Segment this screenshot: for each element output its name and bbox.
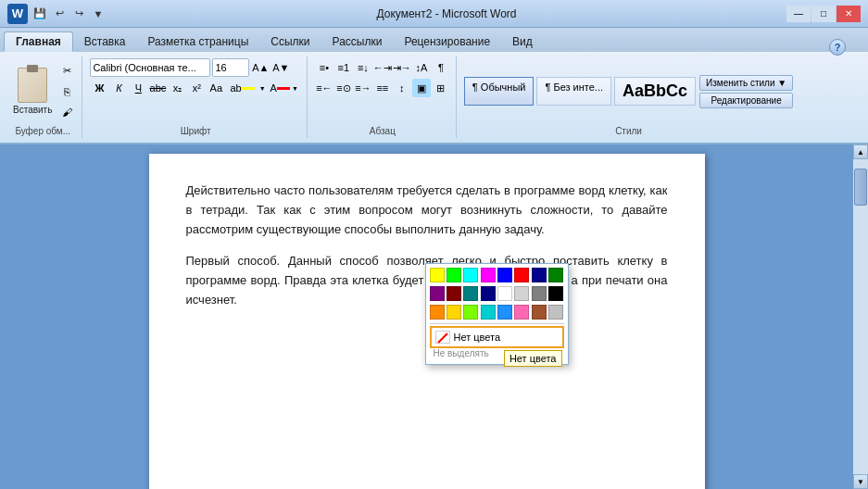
color-dark-turquoise[interactable] <box>481 305 496 320</box>
clipboard-content: Вставить ✂ ⎘ 🖌 <box>9 58 76 124</box>
style-heading[interactable]: AaBbCc <box>614 77 696 106</box>
highlight-dropdown-arrow[interactable]: ▼ <box>258 85 268 92</box>
change-styles-button[interactable]: Изменить стили ▼ <box>699 75 793 91</box>
font-color-arrow[interactable]: ▼ <box>290 85 300 92</box>
tab-insert[interactable]: Вставка <box>73 31 137 52</box>
clipboard-group: Вставить ✂ ⎘ 🖌 Буфер обм... <box>4 56 82 138</box>
copy-button[interactable]: ⎘ <box>57 82 76 101</box>
tab-home[interactable]: Главная <box>4 31 73 52</box>
color-lawn-green[interactable] <box>463 305 478 320</box>
format-painter-button[interactable]: 🖌 <box>57 103 76 121</box>
color-cyan[interactable] <box>463 268 478 282</box>
paragraph-1: Действительно часто пользователям требуе… <box>186 182 668 239</box>
show-formatting-button[interactable]: ¶ <box>432 58 450 77</box>
style-no-interval[interactable]: ¶ Без инте... <box>536 77 611 106</box>
strikethrough-button[interactable]: abc <box>148 79 167 97</box>
font-name-row: A▲ A▼ <box>90 58 290 77</box>
justify-button[interactable]: ≡≡ <box>373 79 392 97</box>
color-maroon[interactable] <box>447 286 461 301</box>
align-center-button[interactable]: ≡⊙ <box>334 79 353 97</box>
decrease-font-button[interactable]: A▼ <box>271 58 290 77</box>
clipboard-label: Буфер обм... <box>15 126 70 136</box>
font-size-input[interactable] <box>212 58 249 77</box>
color-orange[interactable] <box>430 305 445 320</box>
multilevel-list-button[interactable]: ≡↓ <box>354 58 372 77</box>
font-content: A▲ A▼ Ж К Ч abc x₂ x² Аа ab <box>90 58 300 124</box>
font-color-button[interactable]: A ▼ <box>270 82 301 94</box>
color-red[interactable] <box>514 268 529 282</box>
numbered-list-button[interactable]: ≡1 <box>334 58 353 77</box>
font-name-input[interactable] <box>90 58 210 77</box>
help-icon[interactable]: ? <box>829 39 846 56</box>
color-teal[interactable] <box>463 286 478 301</box>
color-black[interactable] <box>548 286 563 301</box>
font-color-bar <box>277 87 290 90</box>
edit-button[interactable]: Редактирование <box>699 93 793 108</box>
change-case-button[interactable]: Аа <box>207 79 225 97</box>
color-blue[interactable] <box>497 268 512 282</box>
scroll-down-button[interactable]: ▼ <box>853 474 868 489</box>
styles-group: ¶ Обычный ¶ Без инте... AaBbCc Изменить … <box>459 56 799 138</box>
close-button[interactable]: ✕ <box>837 6 861 22</box>
tab-page-layout[interactable]: Разметка страницы <box>136 31 259 52</box>
undo-button[interactable]: ↩ <box>51 6 68 22</box>
color-silver[interactable] <box>548 305 563 320</box>
font-color-icon: A <box>270 82 277 94</box>
highlight-color-bar <box>242 87 255 90</box>
ribbon-content: Вставить ✂ ⎘ 🖌 Буфер обм... A▲ A▼ <box>0 52 868 143</box>
redo-button[interactable]: ↪ <box>70 6 87 22</box>
increase-font-button[interactable]: A▲ <box>251 58 270 77</box>
superscript-button[interactable]: x² <box>187 79 206 97</box>
subscript-button[interactable]: x₂ <box>168 79 186 97</box>
sort-button[interactable]: ↕A <box>412 58 431 77</box>
tab-references[interactable]: Ссылки <box>259 31 321 52</box>
color-lightgray[interactable] <box>514 286 529 301</box>
no-color-button[interactable]: Нет цвета Нет цвета <box>430 326 564 348</box>
color-grid-row3 <box>430 305 564 320</box>
minimize-button[interactable]: — <box>786 6 811 22</box>
scroll-track[interactable] <box>853 159 868 474</box>
decrease-indent-button[interactable]: ←⇥ <box>373 58 392 77</box>
color-green[interactable] <box>548 268 563 282</box>
align-right-button[interactable]: ≡→ <box>354 79 372 97</box>
tab-view[interactable]: Вид <box>501 31 544 52</box>
underline-button[interactable]: Ч <box>129 79 147 97</box>
quick-access-dropdown[interactable]: ▼ <box>90 6 107 22</box>
style-normal[interactable]: ¶ Обычный <box>464 77 535 106</box>
maximize-button[interactable]: □ <box>811 6 836 22</box>
color-yellow[interactable] <box>430 268 445 282</box>
highlight-button-group[interactable]: ab ▼ <box>226 80 268 96</box>
color-sienna[interactable] <box>532 305 547 320</box>
align-left-button[interactable]: ≡← <box>315 79 333 97</box>
cut-button[interactable]: ✂ <box>57 62 76 81</box>
color-dark-blue[interactable] <box>532 268 547 282</box>
color-purple[interactable] <box>430 286 445 301</box>
color-gold[interactable] <box>447 305 461 320</box>
color-grid-row2 <box>430 286 564 301</box>
paragraph-label: Абзац <box>370 126 396 136</box>
scroll-up-button[interactable]: ▲ <box>853 144 868 159</box>
color-dodger-blue[interactable] <box>497 305 512 320</box>
line-spacing-button[interactable]: ↕ <box>393 79 411 97</box>
document-area: Действительно часто пользователям требуе… <box>0 144 853 489</box>
color-navy[interactable] <box>481 286 496 301</box>
color-magenta[interactable] <box>481 268 496 282</box>
ribbon: Главная Вставка Разметка страницы Ссылки… <box>0 28 868 144</box>
shading-button[interactable]: ▣ <box>412 79 431 97</box>
scroll-thumb[interactable] <box>854 169 867 206</box>
increase-indent-button[interactable]: ⇥→ <box>393 58 411 77</box>
word-logo: W <box>7 4 28 24</box>
style-no-interval-label: ¶ Без инте... <box>545 82 603 93</box>
bold-button[interactable]: Ж <box>90 79 108 97</box>
color-hotpink[interactable] <box>514 305 529 320</box>
paste-button[interactable]: Вставить <box>9 66 56 117</box>
border-button[interactable]: ⊞ <box>432 79 450 97</box>
italic-button[interactable]: К <box>109 79 128 97</box>
tab-review[interactable]: Рецензирование <box>393 31 501 52</box>
color-gray[interactable] <box>532 286 547 301</box>
color-white[interactable] <box>497 286 512 301</box>
bullet-list-button[interactable]: ≡• <box>315 58 333 77</box>
tab-mailings[interactable]: Рассылки <box>321 31 394 52</box>
color-lime[interactable] <box>447 268 461 282</box>
save-button[interactable]: 💾 <box>31 6 48 22</box>
